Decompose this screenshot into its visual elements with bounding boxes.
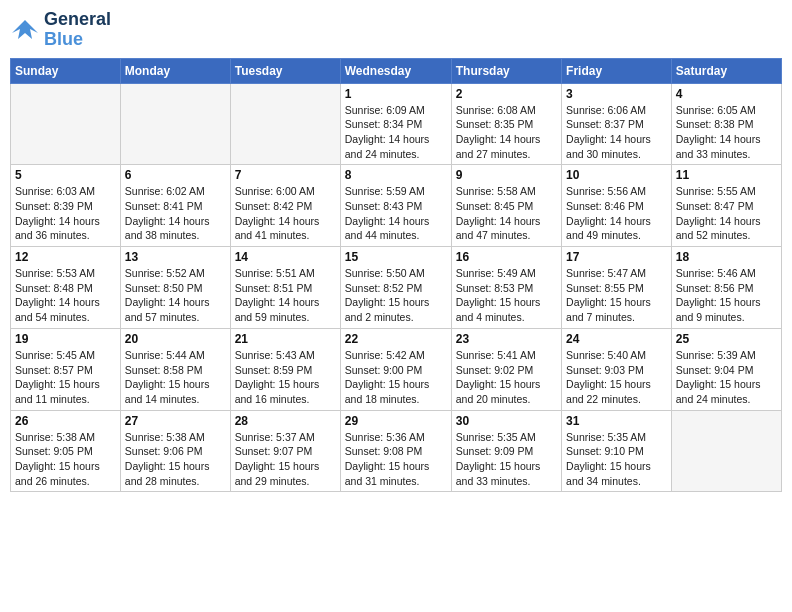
day-detail: Sunrise: 5:47 AM Sunset: 8:55 PM Dayligh…	[566, 266, 667, 325]
day-detail: Sunrise: 6:06 AM Sunset: 8:37 PM Dayligh…	[566, 103, 667, 162]
day-number: 11	[676, 168, 777, 182]
day-detail: Sunrise: 6:05 AM Sunset: 8:38 PM Dayligh…	[676, 103, 777, 162]
day-number: 21	[235, 332, 336, 346]
calendar-cell: 4Sunrise: 6:05 AM Sunset: 8:38 PM Daylig…	[671, 83, 781, 165]
day-detail: Sunrise: 6:08 AM Sunset: 8:35 PM Dayligh…	[456, 103, 557, 162]
day-detail: Sunrise: 5:35 AM Sunset: 9:09 PM Dayligh…	[456, 430, 557, 489]
day-number: 28	[235, 414, 336, 428]
calendar-cell: 20Sunrise: 5:44 AM Sunset: 8:58 PM Dayli…	[120, 328, 230, 410]
calendar-cell: 11Sunrise: 5:55 AM Sunset: 8:47 PM Dayli…	[671, 165, 781, 247]
day-number: 12	[15, 250, 116, 264]
day-number: 5	[15, 168, 116, 182]
calendar-cell: 23Sunrise: 5:41 AM Sunset: 9:02 PM Dayli…	[451, 328, 561, 410]
weekday-header-thursday: Thursday	[451, 58, 561, 83]
day-detail: Sunrise: 5:52 AM Sunset: 8:50 PM Dayligh…	[125, 266, 226, 325]
weekday-header-wednesday: Wednesday	[340, 58, 451, 83]
day-detail: Sunrise: 5:53 AM Sunset: 8:48 PM Dayligh…	[15, 266, 116, 325]
day-detail: Sunrise: 5:40 AM Sunset: 9:03 PM Dayligh…	[566, 348, 667, 407]
calendar-cell: 9Sunrise: 5:58 AM Sunset: 8:45 PM Daylig…	[451, 165, 561, 247]
calendar-cell: 30Sunrise: 5:35 AM Sunset: 9:09 PM Dayli…	[451, 410, 561, 492]
day-detail: Sunrise: 6:09 AM Sunset: 8:34 PM Dayligh…	[345, 103, 447, 162]
day-number: 9	[456, 168, 557, 182]
day-detail: Sunrise: 6:03 AM Sunset: 8:39 PM Dayligh…	[15, 184, 116, 243]
day-detail: Sunrise: 5:50 AM Sunset: 8:52 PM Dayligh…	[345, 266, 447, 325]
logo: General Blue	[10, 10, 111, 50]
day-number: 22	[345, 332, 447, 346]
calendar-cell: 6Sunrise: 6:02 AM Sunset: 8:41 PM Daylig…	[120, 165, 230, 247]
calendar-cell: 24Sunrise: 5:40 AM Sunset: 9:03 PM Dayli…	[562, 328, 672, 410]
day-number: 6	[125, 168, 226, 182]
calendar-week-row: 12Sunrise: 5:53 AM Sunset: 8:48 PM Dayli…	[11, 247, 782, 329]
day-detail: Sunrise: 5:55 AM Sunset: 8:47 PM Dayligh…	[676, 184, 777, 243]
calendar-cell: 31Sunrise: 5:35 AM Sunset: 9:10 PM Dayli…	[562, 410, 672, 492]
calendar-cell: 26Sunrise: 5:38 AM Sunset: 9:05 PM Dayli…	[11, 410, 121, 492]
day-number: 29	[345, 414, 447, 428]
calendar-cell: 3Sunrise: 6:06 AM Sunset: 8:37 PM Daylig…	[562, 83, 672, 165]
day-number: 10	[566, 168, 667, 182]
weekday-header-sunday: Sunday	[11, 58, 121, 83]
calendar-cell: 5Sunrise: 6:03 AM Sunset: 8:39 PM Daylig…	[11, 165, 121, 247]
calendar-cell: 17Sunrise: 5:47 AM Sunset: 8:55 PM Dayli…	[562, 247, 672, 329]
calendar-cell: 16Sunrise: 5:49 AM Sunset: 8:53 PM Dayli…	[451, 247, 561, 329]
day-detail: Sunrise: 5:38 AM Sunset: 9:06 PM Dayligh…	[125, 430, 226, 489]
day-detail: Sunrise: 5:37 AM Sunset: 9:07 PM Dayligh…	[235, 430, 336, 489]
day-detail: Sunrise: 5:39 AM Sunset: 9:04 PM Dayligh…	[676, 348, 777, 407]
calendar-cell: 13Sunrise: 5:52 AM Sunset: 8:50 PM Dayli…	[120, 247, 230, 329]
calendar-cell: 22Sunrise: 5:42 AM Sunset: 9:00 PM Dayli…	[340, 328, 451, 410]
day-detail: Sunrise: 5:56 AM Sunset: 8:46 PM Dayligh…	[566, 184, 667, 243]
calendar-cell: 21Sunrise: 5:43 AM Sunset: 8:59 PM Dayli…	[230, 328, 340, 410]
day-detail: Sunrise: 5:41 AM Sunset: 9:02 PM Dayligh…	[456, 348, 557, 407]
day-number: 19	[15, 332, 116, 346]
logo-icon	[10, 15, 40, 45]
day-detail: Sunrise: 5:51 AM Sunset: 8:51 PM Dayligh…	[235, 266, 336, 325]
day-detail: Sunrise: 5:49 AM Sunset: 8:53 PM Dayligh…	[456, 266, 557, 325]
calendar-table: SundayMondayTuesdayWednesdayThursdayFrid…	[10, 58, 782, 493]
day-number: 1	[345, 87, 447, 101]
day-number: 16	[456, 250, 557, 264]
calendar-cell: 18Sunrise: 5:46 AM Sunset: 8:56 PM Dayli…	[671, 247, 781, 329]
day-number: 14	[235, 250, 336, 264]
day-detail: Sunrise: 5:58 AM Sunset: 8:45 PM Dayligh…	[456, 184, 557, 243]
calendar-cell	[671, 410, 781, 492]
calendar-cell: 12Sunrise: 5:53 AM Sunset: 8:48 PM Dayli…	[11, 247, 121, 329]
day-number: 8	[345, 168, 447, 182]
weekday-header-tuesday: Tuesday	[230, 58, 340, 83]
day-number: 17	[566, 250, 667, 264]
calendar-cell: 29Sunrise: 5:36 AM Sunset: 9:08 PM Dayli…	[340, 410, 451, 492]
page-header: General Blue	[10, 10, 782, 50]
day-detail: Sunrise: 5:45 AM Sunset: 8:57 PM Dayligh…	[15, 348, 116, 407]
calendar-cell: 10Sunrise: 5:56 AM Sunset: 8:46 PM Dayli…	[562, 165, 672, 247]
day-number: 3	[566, 87, 667, 101]
day-detail: Sunrise: 5:38 AM Sunset: 9:05 PM Dayligh…	[15, 430, 116, 489]
calendar-week-row: 26Sunrise: 5:38 AM Sunset: 9:05 PM Dayli…	[11, 410, 782, 492]
day-number: 23	[456, 332, 557, 346]
calendar-week-row: 5Sunrise: 6:03 AM Sunset: 8:39 PM Daylig…	[11, 165, 782, 247]
svg-marker-0	[12, 20, 38, 39]
day-number: 30	[456, 414, 557, 428]
day-number: 26	[15, 414, 116, 428]
day-number: 25	[676, 332, 777, 346]
weekday-header-monday: Monday	[120, 58, 230, 83]
day-detail: Sunrise: 5:44 AM Sunset: 8:58 PM Dayligh…	[125, 348, 226, 407]
day-number: 18	[676, 250, 777, 264]
calendar-cell: 14Sunrise: 5:51 AM Sunset: 8:51 PM Dayli…	[230, 247, 340, 329]
calendar-cell: 1Sunrise: 6:09 AM Sunset: 8:34 PM Daylig…	[340, 83, 451, 165]
calendar-cell	[120, 83, 230, 165]
day-number: 27	[125, 414, 226, 428]
calendar-cell: 2Sunrise: 6:08 AM Sunset: 8:35 PM Daylig…	[451, 83, 561, 165]
weekday-header-friday: Friday	[562, 58, 672, 83]
day-detail: Sunrise: 5:43 AM Sunset: 8:59 PM Dayligh…	[235, 348, 336, 407]
day-number: 31	[566, 414, 667, 428]
day-number: 4	[676, 87, 777, 101]
calendar-cell: 27Sunrise: 5:38 AM Sunset: 9:06 PM Dayli…	[120, 410, 230, 492]
day-number: 2	[456, 87, 557, 101]
calendar-cell: 7Sunrise: 6:00 AM Sunset: 8:42 PM Daylig…	[230, 165, 340, 247]
calendar-cell	[230, 83, 340, 165]
calendar-week-row: 19Sunrise: 5:45 AM Sunset: 8:57 PM Dayli…	[11, 328, 782, 410]
calendar-cell: 15Sunrise: 5:50 AM Sunset: 8:52 PM Dayli…	[340, 247, 451, 329]
weekday-header-saturday: Saturday	[671, 58, 781, 83]
calendar-week-row: 1Sunrise: 6:09 AM Sunset: 8:34 PM Daylig…	[11, 83, 782, 165]
day-detail: Sunrise: 5:59 AM Sunset: 8:43 PM Dayligh…	[345, 184, 447, 243]
day-detail: Sunrise: 5:35 AM Sunset: 9:10 PM Dayligh…	[566, 430, 667, 489]
day-number: 20	[125, 332, 226, 346]
